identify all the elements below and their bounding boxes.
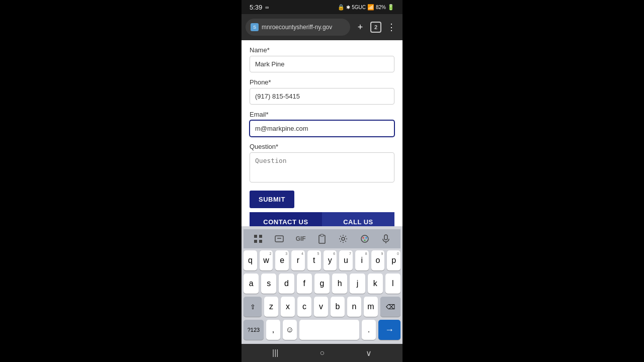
svg-rect-2 bbox=[254, 240, 257, 243]
web-content: Name* Phone* Email* Question* SUBMIT bbox=[242, 40, 403, 226]
key-b[interactable]: b bbox=[331, 297, 345, 317]
name-input[interactable] bbox=[250, 56, 394, 72]
status-bar: 5:39 ∞ 🔒 ✱ 5GUC 📶 82% 🔋 bbox=[242, 0, 403, 14]
key-u[interactable]: u7 bbox=[339, 250, 353, 270]
key-j[interactable]: j bbox=[350, 274, 365, 294]
nav-bar: ||| ○ ∨ bbox=[242, 344, 403, 362]
period-key[interactable]: . bbox=[362, 320, 376, 340]
name-label: Name* bbox=[250, 46, 394, 54]
browser-bar: S mnroecountysheriff-ny.gov + 2 ⋮ bbox=[242, 14, 403, 40]
nav-back[interactable]: ||| bbox=[272, 348, 278, 357]
status-time: 5:39 ∞ bbox=[250, 4, 269, 11]
key-w[interactable]: w2 bbox=[260, 250, 273, 270]
svg-rect-4 bbox=[275, 236, 283, 242]
key-f[interactable]: f bbox=[297, 274, 312, 294]
key-v[interactable]: v bbox=[314, 297, 328, 317]
key-i[interactable]: i8 bbox=[355, 250, 369, 270]
apps-icon[interactable] bbox=[250, 231, 266, 247]
numbers-key[interactable]: ?123 bbox=[244, 320, 264, 340]
gif-icon[interactable]: GIF bbox=[293, 231, 309, 247]
return-key[interactable]: → bbox=[378, 320, 400, 340]
key-a[interactable]: a bbox=[244, 274, 259, 294]
svg-rect-0 bbox=[254, 235, 257, 238]
tab-count[interactable]: 2 bbox=[370, 22, 381, 33]
action-buttons: CONTACT US CALL US bbox=[250, 212, 394, 226]
svg-point-9 bbox=[361, 235, 368, 242]
keyboard-row-4: ?123 , ☺ . → bbox=[244, 320, 400, 340]
key-d[interactable]: d bbox=[279, 274, 294, 294]
svg-point-12 bbox=[364, 240, 365, 241]
settings-icon[interactable] bbox=[335, 231, 351, 247]
email-input[interactable] bbox=[250, 120, 394, 137]
form-area: Name* Phone* Email* Question* SUBMIT bbox=[242, 40, 403, 226]
key-s[interactable]: s bbox=[261, 274, 276, 294]
svg-rect-7 bbox=[320, 234, 324, 236]
keyboard-row-3: ⇧ z x c v b n m ⌫ bbox=[244, 297, 400, 317]
nav-home[interactable]: ○ bbox=[319, 348, 325, 357]
call-us-button[interactable]: CALL US bbox=[322, 212, 394, 226]
mic-icon[interactable] bbox=[378, 231, 394, 247]
space-key[interactable] bbox=[299, 320, 359, 340]
key-t[interactable]: t5 bbox=[307, 250, 321, 270]
key-n[interactable]: n bbox=[347, 297, 361, 317]
keyboard-toolbar: GIF bbox=[244, 229, 400, 248]
keyboard: GIF q w2 e3 r4 t5 y6 u bbox=[242, 226, 403, 344]
key-z[interactable]: z bbox=[264, 297, 278, 317]
url-bar[interactable]: S mnroecountysheriff-ny.gov bbox=[246, 19, 350, 36]
phone-group: Phone* bbox=[250, 78, 394, 105]
new-tab-button[interactable]: + bbox=[353, 20, 367, 34]
key-x[interactable]: x bbox=[281, 297, 295, 317]
menu-button[interactable]: ⋮ bbox=[384, 20, 398, 34]
backspace-key[interactable]: ⌫ bbox=[380, 297, 400, 317]
key-p[interactable]: p0 bbox=[387, 250, 400, 270]
question-group: Question* bbox=[250, 143, 394, 185]
comma-key[interactable]: , bbox=[266, 320, 280, 340]
key-y[interactable]: y6 bbox=[324, 250, 337, 270]
phone-frame: 5:39 ∞ 🔒 ✱ 5GUC 📶 82% 🔋 S mnroecountyshe… bbox=[242, 0, 403, 362]
phone-label: Phone* bbox=[250, 78, 394, 86]
phone-input[interactable] bbox=[250, 88, 394, 105]
shift-key[interactable]: ⇧ bbox=[244, 297, 262, 317]
key-c[interactable]: c bbox=[297, 297, 311, 317]
keyboard-rows: q w2 e3 r4 t5 y6 u7 i8 o9 p0 a s d f g h… bbox=[244, 250, 400, 344]
key-e[interactable]: e3 bbox=[275, 250, 289, 270]
svg-rect-13 bbox=[384, 235, 387, 240]
email-label: Email* bbox=[250, 111, 394, 118]
clipboard-icon[interactable] bbox=[314, 231, 330, 247]
status-icons: 🔒 ✱ 5GUC 📶 82% 🔋 bbox=[338, 4, 394, 11]
key-k[interactable]: k bbox=[368, 274, 383, 294]
svg-point-8 bbox=[342, 237, 345, 240]
emoji-key[interactable]: ☺ bbox=[283, 320, 297, 340]
svg-rect-1 bbox=[259, 235, 262, 238]
svg-point-11 bbox=[365, 237, 367, 239]
email-group: Email* bbox=[250, 111, 394, 137]
keyboard-row-1: q w2 e3 r4 t5 y6 u7 i8 o9 p0 bbox=[244, 250, 400, 270]
nav-recents[interactable]: ∨ bbox=[366, 348, 372, 358]
key-l[interactable]: l bbox=[385, 274, 400, 294]
submit-button[interactable]: SUBMIT bbox=[250, 191, 294, 208]
key-h[interactable]: h bbox=[332, 274, 347, 294]
contact-us-button[interactable]: CONTACT US bbox=[250, 212, 322, 226]
svg-rect-3 bbox=[259, 240, 262, 243]
key-r[interactable]: r4 bbox=[291, 250, 305, 270]
key-o[interactable]: o9 bbox=[371, 250, 385, 270]
browser-icon: S bbox=[251, 23, 259, 31]
name-group: Name* bbox=[250, 46, 394, 72]
question-label: Question* bbox=[250, 143, 394, 150]
sticker-icon[interactable] bbox=[271, 231, 287, 247]
keyboard-row-2: a s d f g h j k l bbox=[244, 274, 400, 294]
key-m[interactable]: m bbox=[364, 297, 378, 317]
palette-icon[interactable] bbox=[357, 231, 373, 247]
key-g[interactable]: g bbox=[314, 274, 330, 294]
key-q[interactable]: q bbox=[244, 250, 257, 270]
question-input[interactable] bbox=[250, 152, 394, 183]
svg-point-10 bbox=[362, 237, 364, 239]
